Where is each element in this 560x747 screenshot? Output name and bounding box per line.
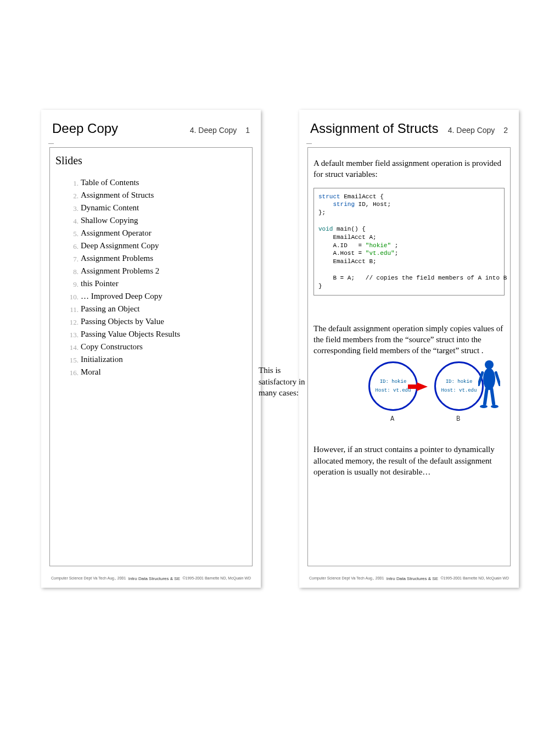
code-text: }; [318,209,326,216]
toc-item: Assignment Operator [66,228,247,238]
code-text: A.ID = [318,242,366,249]
svg-rect-4 [483,388,489,406]
keyword: void [318,226,333,232]
toc-item: Initialization [66,355,247,364]
page-number: 1 [245,126,250,135]
person-icon [478,359,500,410]
toc-item: Deep Assignment Copy [66,241,247,250]
slide-header: Deep Copy 4. Deep Copy 1 [41,110,261,142]
svg-rect-5 [490,388,495,406]
string-literal: "vt.edu" [366,250,395,257]
page-number: 2 [503,126,508,135]
svg-point-1 [483,368,495,390]
field-text: Host: vt.edu [376,386,411,395]
code-text: ; [391,242,398,249]
toc-item: Passing Value Objects Results [66,330,247,339]
slide-header: Assignment of Structs 4. Deep Copy 2 [299,110,519,142]
code-text: main() { [333,226,365,232]
keyword: struct [318,193,340,200]
keyword: string [333,201,355,208]
field-text: ID: hokie [380,377,407,386]
toc-item: this Pointer [66,279,247,288]
slides-heading: Slides [55,154,247,167]
code-text: EmailAcct B; [318,258,377,265]
toc-item: Shallow Copying [66,216,247,225]
code-text [318,201,333,208]
slide-meta: 4. Deep Copy 2 [448,126,508,135]
content-box: Slides Table of Contents Assignment of S… [49,147,253,566]
toc-item: Copy Constructors [66,342,247,352]
slides-container: Deep Copy 4. Deep Copy 1 Slides Table of… [0,0,560,588]
code-text: EmailAcct { [340,193,384,200]
toc-item: Moral [66,367,247,377]
footer-right: ©1995-2001 Barnette ND, McQuain WD [440,576,509,581]
slide-title: Deep Copy [52,121,118,136]
svg-point-0 [485,360,494,369]
toc-item: Passing Objects by Value [66,317,247,326]
paragraph: However, if an struct contains a pointer… [313,444,505,477]
toc-item: Assignment of Structs [66,191,247,200]
label-a: A [390,415,394,423]
footer-left: Computer Science Dept Va Tech Aug., 2001 [309,576,384,581]
svg-point-7 [491,405,499,408]
toc-item: Assignment Problems 2 [66,266,247,276]
slide-title: Assignment of Structs [310,121,438,136]
toc-item: Dynamic Content [66,203,247,213]
footer-center: Intro Data Structures & SE [128,576,180,581]
code-example: struct EmailAcct { string ID, Host; }; v… [313,188,505,296]
table-of-contents: Table of Contents Assignment of Structs … [55,178,247,377]
field-text: ID: hokie [446,377,473,386]
slide-meta: 4. Deep Copy 1 [190,126,250,135]
slide-footer: Computer Science Dept Va Tech Aug., 2001… [299,572,519,588]
struct-b-circle: ID: hokie Host: vt.edu [434,361,484,411]
slide-2: Assignment of Structs 4. Deep Copy 2 A d… [299,110,519,588]
slide-1: Deep Copy 4. Deep Copy 1 Slides Table of… [41,110,261,588]
footer-right: ©1995-2001 Barnette ND, McQuain WD [182,576,251,581]
code-text: B = A; // copies the field members of A … [318,275,507,281]
string-literal: "hokie" [366,242,391,249]
footer-center: Intro Data Structures & SE [387,576,438,581]
section-label: 4. Deep Copy [190,126,237,135]
struct-diagram: This is satisfactory in many cases: ID: … [313,361,505,438]
section-label: 4. Deep Copy [448,126,495,135]
svg-point-6 [480,405,488,408]
code-text: } [318,283,322,289]
toc-item: Table of Contents [66,178,247,187]
toc-item: … Improved Deep Copy [66,292,247,301]
arrow-icon [417,382,428,391]
code-text: EmailAcct A; [318,234,377,241]
toc-item: Assignment Problems [66,254,247,263]
field-text: Host: vt.edu [441,386,477,395]
code-text: A.Host = [318,250,366,257]
code-text: ; [395,250,399,257]
content-box: A default member field assignment operat… [307,147,511,566]
paragraph: The default assignment operation simply … [313,323,505,356]
toc-item: Passing an Object [66,304,247,314]
footer-left: Computer Science Dept Va Tech Aug., 2001 [51,576,126,581]
intro-text: A default member field assignment operat… [313,158,505,180]
slide-footer: Computer Science Dept Va Tech Aug., 2001… [41,572,261,588]
code-text: ID, Host; [355,201,391,208]
side-text: This is satisfactory in many cases: [259,365,311,398]
label-b: B [456,415,460,423]
